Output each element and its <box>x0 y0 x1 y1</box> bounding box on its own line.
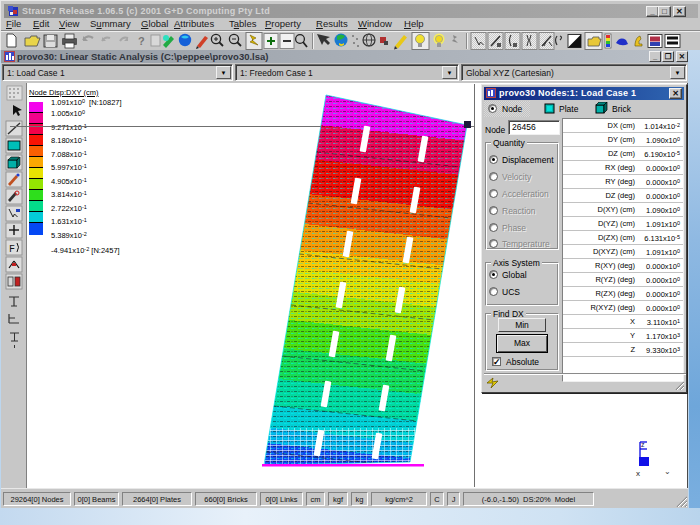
svg-text:?: ? <box>138 35 145 47</box>
svg-text:⌄: ⌄ <box>664 467 671 476</box>
svg-text:z: z <box>641 441 645 448</box>
svg-text:F: F <box>9 244 15 255</box>
svg-text:x: x <box>636 469 640 478</box>
